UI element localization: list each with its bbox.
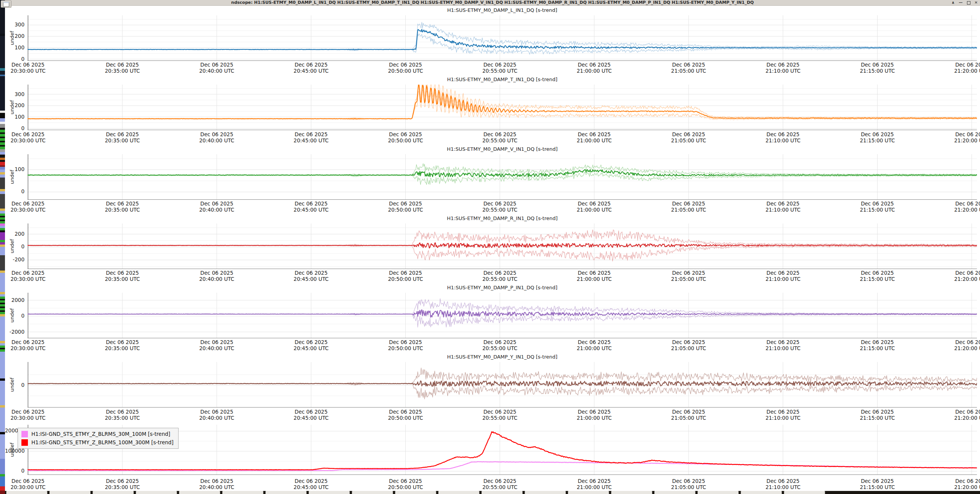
dock-item[interactable]: [0, 273, 5, 292]
taskbar-button[interactable]: [352, 491, 393, 494]
dock-item[interactable]: [0, 167, 5, 170]
taskbar-button[interactable]: [309, 491, 350, 494]
x-tick-label: Dec 06 202520:40:00 UTC: [199, 409, 234, 421]
taskbar-button[interactable]: [784, 491, 825, 494]
window-titlebar[interactable]: ndscope: H1:SUS-ETMY_M0_DAMP_L_IN1_DQ H1…: [5, 0, 980, 6]
close-button[interactable]: ✕: [975, 0, 978, 5]
x-tick-date: Dec 06 2025: [954, 409, 980, 415]
dock: [0, 0, 5, 494]
taskbar-button[interactable]: [6, 491, 47, 494]
dock-item[interactable]: [0, 138, 5, 141]
dock-item[interactable]: [0, 142, 5, 145]
y-tick-label: 200: [5, 231, 24, 237]
dock-item[interactable]: [0, 247, 5, 255]
dock-item[interactable]: [0, 178, 5, 189]
dock-item[interactable]: [0, 486, 5, 491]
x-tick-label: Dec 06 202520:45:00 UTC: [294, 201, 329, 213]
dock-item[interactable]: [0, 408, 5, 432]
x-tick-label: Dec 06 202520:40:00 UTC: [199, 131, 234, 143]
dock-item[interactable]: [0, 130, 5, 132]
dock-item[interactable]: [0, 232, 5, 240]
plot-area[interactable]: [28, 362, 977, 408]
dock-item[interactable]: [0, 71, 5, 75]
x-tick-time: 20:35:00 UTC: [105, 207, 140, 213]
taskbar-button[interactable]: [697, 491, 739, 494]
x-tick-time: 20:45:00 UTC: [294, 137, 329, 143]
dock-item[interactable]: [0, 211, 5, 214]
taskbar-button[interactable]: [93, 491, 134, 494]
dock-item[interactable]: [0, 162, 5, 165]
dock-item[interactable]: [0, 76, 5, 111]
window-menu-button[interactable]: [1, 0, 11, 8]
y-tick-label: 0: [5, 188, 24, 194]
x-tick-time: 20:35:00 UTC: [105, 484, 140, 490]
plot-area[interactable]: [28, 223, 977, 269]
maximize-button[interactable]: [967, 1, 970, 5]
dock-item[interactable]: [0, 124, 5, 128]
legend[interactable]: H1:ISI-GND_STS_ETMY_Z_BLRMS_30M_100M [s-…: [18, 428, 179, 449]
taskbar-button[interactable]: [179, 491, 220, 494]
x-tick-date: Dec 06 2025: [105, 131, 140, 137]
dock-item[interactable]: [0, 316, 5, 341]
dock-item[interactable]: [0, 191, 5, 194]
dock-item[interactable]: [0, 170, 5, 172]
taskbar-button[interactable]: [568, 491, 609, 494]
x-tick-time: 20:55:00 UTC: [482, 68, 517, 74]
taskbar-button[interactable]: [481, 491, 523, 494]
x-tick-time: 21:05:00 UTC: [671, 207, 706, 213]
x-tick-label: Dec 06 202521:20:00 UTC: [954, 131, 980, 143]
trace-mean: [28, 170, 977, 177]
x-tick-label: Dec 06 202521:20:00 UTC: [954, 409, 980, 421]
dock-item[interactable]: [0, 149, 5, 152]
x-tick-label: Dec 06 202521:15:00 UTC: [860, 409, 895, 421]
taskbar-button[interactable]: [395, 491, 436, 494]
x-tick-time: 20:55:00 UTC: [482, 415, 517, 421]
x-tick-time: 21:05:00 UTC: [671, 345, 706, 351]
taskbar-button[interactable]: [654, 491, 696, 494]
x-tick-date: Dec 06 2025: [482, 62, 517, 68]
x-tick-date: Dec 06 2025: [765, 62, 801, 68]
dock-item[interactable]: [0, 152, 5, 155]
x-tick-date: Dec 06 2025: [671, 339, 706, 345]
dock-item[interactable]: [0, 194, 5, 209]
taskbar-button[interactable]: [611, 491, 652, 494]
dock-item[interactable]: [0, 255, 5, 271]
dock-item[interactable]: [0, 68, 5, 71]
plot-area[interactable]: [28, 154, 977, 200]
plot-area[interactable]: [28, 85, 977, 130]
x-tick-label: Dec 06 202520:35:00 UTC: [105, 409, 140, 421]
x-tick-label: Dec 06 202520:40:00 UTC: [199, 62, 234, 74]
dock-item[interactable]: [0, 491, 5, 494]
x-tick-label: Dec 06 202520:55:00 UTC: [482, 270, 517, 282]
minimize-button[interactable]: —: [959, 0, 963, 5]
x-tick-date: Dec 06 2025: [388, 409, 423, 415]
taskbar-button[interactable]: [265, 491, 307, 494]
x-tick-date: Dec 06 2025: [765, 201, 801, 207]
y-tick-label: 0: [5, 382, 24, 388]
dock-item[interactable]: [0, 459, 5, 474]
dock-item[interactable]: [0, 147, 5, 149]
taskbar-button[interactable]: [222, 491, 263, 494]
dock-item[interactable]: [0, 113, 5, 118]
x-tick-date: Dec 06 2025: [388, 62, 423, 68]
dock-item[interactable]: [0, 352, 5, 378]
shade-button[interactable]: ∧: [951, 0, 954, 5]
x-tick-label: Dec 06 202520:35:00 UTC: [105, 478, 140, 490]
taskbar-button[interactable]: [438, 491, 479, 494]
x-tick-date: Dec 06 2025: [294, 478, 329, 484]
taskbar-button[interactable]: [136, 491, 177, 494]
taskbar-button[interactable]: [525, 491, 566, 494]
x-tick-time: 20:40:00 UTC: [199, 137, 234, 143]
dock-item[interactable]: [0, 434, 5, 459]
dock-item[interactable]: [0, 381, 5, 405]
taskbar-button[interactable]: [741, 491, 782, 494]
plot-area[interactable]: [28, 293, 977, 338]
dock-item[interactable]: [0, 118, 5, 122]
dock-item[interactable]: [0, 174, 5, 178]
dock-item[interactable]: [0, 155, 5, 158]
taskbar-button[interactable]: [49, 491, 91, 494]
dock-item[interactable]: [0, 134, 5, 137]
plot-area[interactable]: [28, 15, 977, 61]
dock-item[interactable]: [0, 476, 5, 486]
dock-item[interactable]: [0, 36, 5, 68]
